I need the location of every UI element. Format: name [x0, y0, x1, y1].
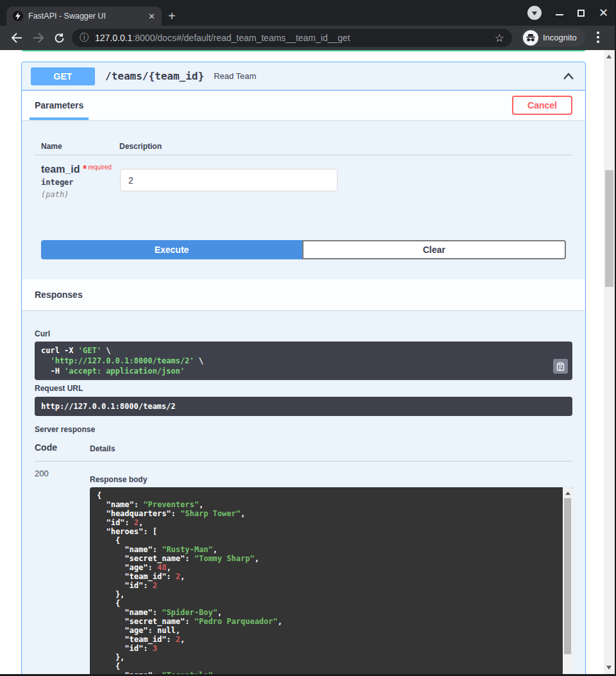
execute-button[interactable]: Execute: [41, 240, 302, 259]
window-scrollbar-thumb[interactable]: [605, 170, 613, 287]
new-tab-button[interactable]: +: [168, 8, 176, 24]
curl-label: Curl: [35, 329, 50, 338]
curl-command[interactable]: curl -X 'GET' \ 'http://127.0.0.1:8000/t…: [35, 342, 572, 380]
response-body[interactable]: { "name": "Preventers", "headquarters": …: [90, 487, 572, 676]
tab-parameters[interactable]: Parameters: [35, 91, 83, 120]
table-divider: [35, 155, 572, 155]
response-body-label: Response body: [90, 475, 147, 484]
window-scrollbar[interactable]: [604, 50, 615, 674]
server-response-label: Server response: [35, 425, 95, 434]
bookmark-star-icon[interactable]: ☆: [495, 31, 504, 45]
url-bar[interactable]: ⓘ 127.0.0.1:8000/docs#/default/read_team…: [72, 29, 512, 47]
responses-title: Responses: [35, 279, 83, 310]
team-id-input[interactable]: [120, 169, 338, 191]
response-scrollbar-thumb[interactable]: [564, 498, 571, 654]
window-close-button[interactable]: ✕: [599, 7, 608, 19]
code-column-header: Code: [35, 442, 57, 453]
param-location: (path): [41, 190, 69, 199]
opblock-summary[interactable]: GET /teams/{team_id} Read Team: [22, 62, 585, 91]
site-info-icon[interactable]: ⓘ: [80, 32, 89, 44]
reload-button[interactable]: [51, 26, 67, 50]
cancel-button[interactable]: Cancel: [512, 96, 572, 115]
tab-title: FastAPI - Swagger UI: [28, 12, 143, 21]
incognito-badge: Incognito: [521, 28, 585, 47]
url-text[interactable]: 127.0.0.1:8000/docs#/default/read_team_t…: [95, 33, 495, 43]
description-column-header: Description: [119, 142, 162, 151]
copy-to-clipboard-button[interactable]: [553, 359, 568, 374]
tab-close-icon[interactable]: ✕: [148, 12, 155, 21]
param-name: team_id *required: [41, 164, 112, 175]
swagger-page: GET /teams/{team_id} Read Team Parameter…: [0, 50, 616, 676]
status-code: 200: [35, 469, 49, 478]
scroll-up-arrow-icon[interactable]: [565, 492, 570, 495]
parameters-section-header: Parameters Cancel: [22, 91, 585, 120]
window-scroll-down-icon[interactable]: [606, 666, 612, 670]
method-badge: GET: [31, 67, 95, 85]
collapse-chevron-icon[interactable]: [562, 71, 575, 85]
forward-button[interactable]: [31, 26, 46, 50]
response-body-scrollbar[interactable]: [563, 487, 572, 676]
fastapi-favicon-icon: [13, 11, 23, 21]
clear-button[interactable]: Clear: [302, 240, 566, 259]
tab-bar: FastAPI - Swagger UI ✕ + ✕: [0, 0, 616, 26]
browser-tab[interactable]: FastAPI - Swagger UI ✕: [6, 6, 162, 26]
previous-opblock-bottom-edge: [21, 50, 586, 51]
details-column-header: Details: [90, 444, 115, 453]
back-button[interactable]: [9, 26, 24, 50]
request-url-value: http://127.0.0.1:8000/teams/2: [35, 397, 572, 416]
request-url-label: Request URL: [35, 384, 83, 393]
response-table-divider: [35, 461, 572, 462]
opblock-get-read-team: GET /teams/{team_id} Read Team Parameter…: [21, 62, 586, 676]
window-scroll-up-icon[interactable]: [606, 55, 612, 58]
opblock-path: /teams/{team_id}: [105, 70, 204, 82]
incognito-label: Incognito: [543, 33, 577, 42]
browser-menu-icon[interactable]: [597, 31, 599, 45]
param-type: integer: [41, 178, 74, 187]
responses-section-header: Responses: [22, 279, 585, 310]
required-label: required: [88, 164, 112, 171]
incognito-icon: [523, 30, 538, 46]
opblock-summary-description: Read Team: [214, 71, 256, 81]
tab-active-underline: [30, 117, 89, 120]
browser-toolbar: ⓘ 127.0.0.1:8000/docs#/default/read_team…: [0, 26, 616, 50]
name-column-header: Name: [41, 142, 62, 151]
window-menu-icon[interactable]: [527, 6, 542, 20]
required-star: *: [83, 164, 87, 175]
minimize-button[interactable]: [556, 14, 563, 15]
maximize-button[interactable]: [578, 10, 585, 17]
